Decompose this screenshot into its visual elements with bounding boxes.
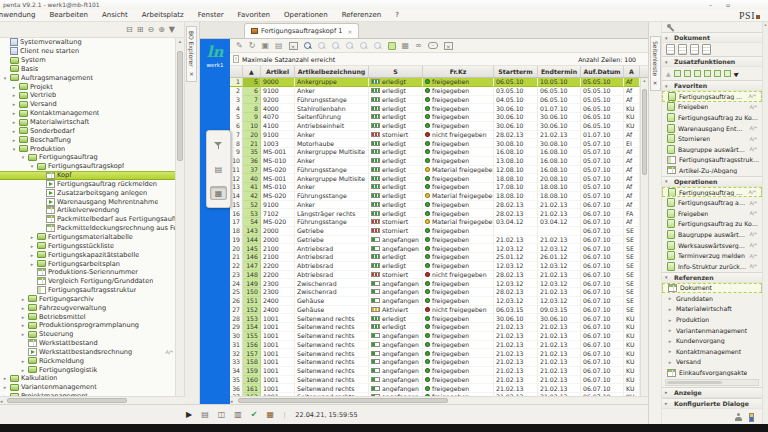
section-header-konfigurierte-dialoge[interactable]: ▸ Konfigurierte Dialoge	[662, 398, 762, 409]
menu-item-4[interactable]: Fenster	[191, 10, 231, 20]
table-row[interactable]: 6104100Antriebseinheiterledigtfreigegebe…	[230, 122, 648, 131]
link-icon[interactable]: ∞	[415, 41, 422, 50]
tree-item[interactable]: Warenausgang Mehrentnahme	[0, 197, 176, 206]
tree-item[interactable]: ▸Fertigungsarbeitsplan	[0, 259, 176, 268]
table-row[interactable]: 379200Führungsstangeerledigtfreigegeben0…	[230, 96, 648, 105]
table-row[interactable]: 1137MS-020FührungsstangeerledigtMaterial…	[230, 166, 648, 175]
reference-item[interactable]: ▸Versand	[662, 357, 762, 368]
table-row[interactable]: 361611001Seitenwand rechtsangefangenfrei…	[230, 384, 648, 393]
favorite-item[interactable]: Fertigungsauftrag einzeln prüfen...A/*	[662, 91, 762, 102]
tree-item[interactable]: Vergleich Fertigung/Grunddaten	[0, 277, 176, 286]
function-6-icon[interactable]	[724, 70, 731, 77]
operation-item[interactable]: Info-Struktur zurücksetzenA/*	[662, 261, 762, 272]
menu-item-3[interactable]: Arbeitsplatz	[135, 10, 191, 20]
reference-item[interactable]: Dokument	[662, 283, 762, 294]
operation-item[interactable]: Fertigungsauftrag zu Kopf rückmelden	[662, 219, 762, 230]
section-header-dokument[interactable]: ▾ Dokument	[662, 32, 762, 43]
table-row[interactable]: 261512400Gehäuseangefangenfreigegeben12.…	[230, 297, 648, 306]
operation-item[interactable]: Baugruppe auswärtsvergeben/A...A/*	[662, 229, 762, 240]
tree-item[interactable]: ▾Fertigungsauftragskopf	[0, 162, 176, 171]
table-row[interactable]: 935MS-001Ankergruppe Multisiteerledigtfr…	[230, 148, 648, 157]
section-header-favoriten[interactable]: ▾ Favoriten	[662, 80, 762, 91]
menu-item-6[interactable]: Operationen	[277, 10, 335, 20]
tree-item[interactable]: Werkstattbestand	[0, 339, 176, 348]
search-4-icon[interactable]	[346, 42, 354, 50]
tab-seitenleiste[interactable]: Seitenleiste ×	[650, 36, 661, 91]
document-list-icon[interactable]	[702, 44, 711, 55]
side-panel-edge-scrollbar[interactable]: ▴	[762, 22, 768, 424]
table-row[interactable]: 484000Stahlrollenbahnerledigtfreigegeben…	[230, 104, 648, 113]
menu-item-5[interactable]: Favoriten	[231, 10, 277, 20]
table-row[interactable]: 1240MS-001Ankergruppe Multisiteerledigtf…	[230, 174, 648, 183]
sort-ascending-icon[interactable]: ▲	[666, 70, 671, 77]
favorite-item[interactable]: Baugruppe auswärtsvergeben/W...A/*	[662, 144, 762, 155]
table-row[interactable]: 191442000Getriebeangefangenfreigegeben21…	[230, 236, 648, 245]
table-row[interactable]: 351601001Seitenwand rechtsangefangenfrei…	[230, 376, 648, 385]
table-row[interactable]: 1036MS-010Ankererledigtfreigegeben13.08.…	[230, 157, 648, 166]
table-row[interactable]: 341591001Seitenwand rechtsangefangenfrei…	[230, 367, 648, 376]
scrollbar-thumb[interactable]	[667, 381, 722, 384]
scrollbar-thumb[interactable]	[7, 398, 127, 403]
refresh-icon[interactable]: ↻	[249, 41, 256, 50]
operation-item[interactable]: FreigebenA/*	[662, 208, 762, 219]
tab-fertigungsauftragskopf[interactable]: Fertigungsauftragskopf 1 ×	[244, 23, 359, 38]
tree-item[interactable]: ▾Produktion	[0, 144, 176, 153]
reference-item[interactable]: ▸Produktion	[662, 314, 762, 325]
section-header-zusatzfunktionen[interactable]: ▾ Zusatzfunktionen	[662, 56, 762, 67]
maximize-button[interactable]: ▫	[726, 1, 730, 8]
tree-item[interactable]: WerkstattbestandsrechnungA/*	[0, 348, 176, 357]
pin-icon[interactable]	[666, 23, 675, 32]
reference-item[interactable]: Einkaufsvorgangsakte	[662, 367, 762, 378]
search-icon[interactable]	[304, 42, 312, 50]
table-row[interactable]: 301551001Seitenwand rechtsangefangenfrei…	[230, 332, 648, 341]
protocol-icon[interactable]: ▤	[201, 410, 209, 419]
table-vertical-scrollbar[interactable]: ▴	[640, 78, 648, 396]
tree-item[interactable]: ▾Auftragsmanagement	[0, 73, 176, 82]
tree-item[interactable]: Packmitteldeckungsrechnung aus Fertigung…	[0, 224, 176, 233]
new-document-icon[interactable]	[666, 44, 675, 55]
tree-item[interactable]: ▸Kalkulation	[0, 374, 176, 383]
menu-item-7[interactable]: Referenzen	[335, 10, 389, 20]
column-header-Fr.Kz[interactable]: Fr.Kz	[423, 66, 494, 77]
menu-item-2[interactable]: Ansicht	[95, 10, 135, 20]
collapse-all-icon[interactable]: ⊟	[126, 26, 133, 34]
search-3-icon[interactable]	[332, 42, 340, 50]
tree-item[interactable]: Produktions-Seriennummer	[0, 268, 176, 277]
operation-item[interactable]: Fertigungsauftrag aktivierenA/*	[662, 197, 762, 208]
favorite-item[interactable]: Artikel-Zu-/Abgang	[662, 165, 762, 176]
table-row[interactable]: 7209100Ankerstorniertnicht freigegeben28…	[230, 131, 648, 140]
tree-item[interactable]: ▸Sonderbedarf	[0, 126, 176, 135]
tree-item[interactable]: ▸Variantenmanagement	[0, 383, 176, 392]
table-row[interactable]: 1442MS-020FührungsstangeerledigtMaterial…	[230, 192, 648, 201]
reference-item[interactable]: ▸Kontaktmanagement	[662, 346, 762, 357]
tree-vertical-scrollbar[interactable]: ▴	[175, 38, 184, 396]
table-horizontal-scrollbar[interactable]: ◂	[230, 396, 648, 404]
section-header-operationen[interactable]: ▾ Operationen	[662, 176, 762, 187]
tree-item[interactable]: Client neu starten	[0, 47, 176, 56]
table-row[interactable]: 231482200Abtriebsradstorniertnicht freig…	[230, 271, 648, 280]
column-header-A[interactable]: A	[624, 66, 640, 77]
favorite-item[interactable]: FreigebenA/*	[662, 102, 762, 113]
close-view-icon[interactable]: ×	[444, 42, 453, 50]
filter-icon[interactable]: ▼	[169, 26, 175, 34]
table-view-icon[interactable]: ▦	[402, 41, 410, 50]
search-6-icon[interactable]	[374, 42, 382, 50]
function-4-icon[interactable]	[704, 70, 711, 77]
tree-item[interactable]: ▸Fahrzeugverwaltung	[0, 303, 176, 312]
table-row[interactable]: 271522400GehäuseAktiviertnicht freigegeb…	[230, 306, 648, 315]
operation-item[interactable]: Terminverzug meldenA/*	[662, 250, 762, 261]
remove-icon[interactable]: ⊖	[147, 26, 154, 34]
tree-item[interactable]: ▸Beschaffung	[0, 135, 176, 144]
tree-item[interactable]: Artikelverwendung	[0, 206, 176, 215]
tree-horizontal-scrollbar[interactable]: ◂	[0, 396, 185, 404]
favorite-item[interactable]: StornierenA/*	[662, 133, 762, 144]
user-icon[interactable]	[734, 413, 743, 422]
tree-item[interactable]: Packmittelbedarf aus Fertigungsaufträgen	[0, 215, 176, 224]
paste-icon[interactable]: ▤	[275, 41, 283, 50]
note-icon[interactable]: –	[428, 42, 438, 49]
form-tool-icon[interactable]: ▤	[210, 162, 227, 176]
export-icon[interactable]: ▥	[234, 410, 242, 419]
favorite-item[interactable]: Warenausgang EntnahmelisteA/*	[662, 123, 762, 134]
document-template-icon[interactable]	[690, 44, 699, 55]
tree-item[interactable]: Fertigungsauftrag rückmelden	[0, 180, 176, 189]
